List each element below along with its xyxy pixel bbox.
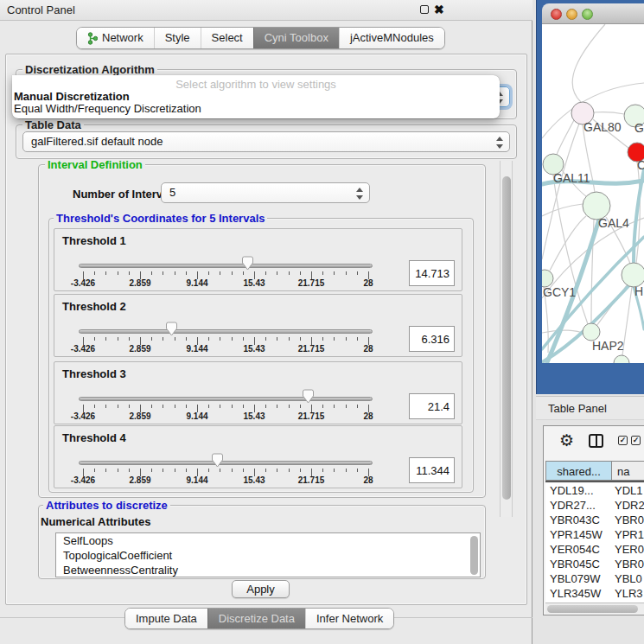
tab-infer-network[interactable]: Infer Network (305, 609, 393, 629)
scale-label: 15.43 (243, 344, 265, 354)
tab-network[interactable]: Network (77, 28, 154, 48)
cell-shared-name[interactable]: YBR045C (545, 557, 613, 571)
network-node[interactable] (614, 355, 629, 363)
tab-label: Network (102, 28, 143, 48)
table-row[interactable]: YLR345WYLR3 (545, 586, 644, 601)
network-window-titlebar (542, 3, 644, 24)
threshold-panel: Threshold 2 -3.4262.8599.14415.4321.7152… (54, 294, 462, 357)
minor-tick (163, 469, 163, 472)
cell-name[interactable]: YBR0 (613, 513, 644, 527)
minor-tick (186, 405, 187, 408)
cell-name[interactable]: YLR3 (613, 586, 644, 601)
minor-tick (105, 271, 106, 275)
tab-label: Infer Network (316, 609, 383, 629)
dropdown-item-equal-width-frequency-discretization[interactable]: Equal Width/Frequency Discretization (14, 102, 201, 115)
minor-tick (94, 271, 95, 275)
minor-tick (322, 405, 323, 408)
minor-tick (243, 271, 244, 275)
columns-icon[interactable] (589, 434, 603, 448)
threshold-value-field[interactable] (409, 260, 455, 286)
tab-impute-data[interactable]: Impute Data (125, 609, 207, 629)
num-intervals-combobox[interactable]: 5 (161, 182, 370, 203)
cell-shared-name[interactable]: YDR27... (545, 498, 613, 513)
minor-tick (334, 271, 335, 275)
threshold-value-field[interactable] (409, 393, 455, 419)
gear-icon[interactable]: ⚙ (559, 431, 574, 449)
scale-label: 9.144 (186, 278, 207, 288)
cell-name[interactable]: YBR0 (613, 557, 644, 571)
minor-tick (220, 271, 220, 275)
column-header-name[interactable]: na (612, 461, 644, 481)
table-row[interactable]: YER054CYER0 (545, 542, 644, 557)
slider-track[interactable] (79, 264, 373, 268)
tab-jactivemnodules[interactable]: jActiveMNodules (339, 28, 444, 48)
cell-shared-name[interactable]: YPR145W (545, 527, 613, 542)
cell-name[interactable]: YDL1 (613, 483, 644, 498)
checkbox-icon[interactable]: ✓ (631, 436, 641, 445)
slider-track[interactable] (79, 461, 373, 465)
table-row[interactable]: YPR145WYPR1 (545, 527, 644, 542)
cell-shared-name[interactable]: YDL19... (545, 483, 613, 498)
cell-name[interactable]: YER0 (613, 542, 644, 557)
tab-discretize-data[interactable]: Discretize Data (207, 609, 305, 629)
threshold-value-field[interactable] (409, 457, 455, 483)
network-canvas[interactable]: GAL80GACGAL11GAL4GCY1HHAP2 (542, 24, 644, 363)
tab-cyni-toolbox[interactable]: Cyni Toolbox (253, 28, 339, 48)
attribute-item-betweennesscentrality[interactable]: BetweennessCentrality (56, 563, 480, 577)
table-row[interactable]: YBR045CYBR0 (545, 557, 644, 571)
minor-tick (346, 337, 347, 341)
slider-thumb[interactable] (211, 453, 224, 468)
slider-track[interactable] (79, 397, 373, 401)
slider-thumb[interactable] (241, 256, 254, 271)
minimize-window-icon[interactable] (566, 9, 577, 20)
attribute-item-selfloops[interactable]: SelfLoops (56, 533, 480, 548)
table-horizontal-scrollbar[interactable] (545, 603, 644, 614)
cell-shared-name[interactable]: YBL079W (545, 571, 613, 586)
tab-label: Select (212, 28, 243, 48)
minor-tick (220, 405, 220, 408)
list-scrollbar[interactable] (470, 536, 478, 575)
minor-tick (208, 405, 209, 408)
table-row[interactable]: YBR043CYBR0 (545, 513, 644, 527)
cell-name[interactable]: YPR1 (613, 527, 644, 542)
numerical-attributes-list[interactable]: SelfLoopsTopologicalCoefficientBetweenne… (55, 532, 481, 577)
close-window-icon[interactable] (551, 9, 562, 20)
scale-label: 28 (363, 344, 373, 354)
apply-button[interactable]: Apply (232, 580, 290, 598)
scale-label: 2.859 (129, 278, 150, 288)
slider-thumb[interactable] (165, 322, 178, 336)
slider-thumb[interactable] (302, 389, 315, 404)
table-data-combobox[interactable]: galFiltered.sif default node (22, 131, 510, 152)
column-header-shared-name[interactable]: shared... (545, 461, 612, 481)
cell-shared-name[interactable]: YLR345W (545, 586, 613, 601)
table-row[interactable]: YDL19...YDL1 (545, 483, 644, 498)
minor-tick (289, 337, 290, 341)
table-body: YDL19...YDL1YDR27...YDR2YBR043CYBR0YPR14… (545, 483, 644, 603)
cell-name[interactable]: YBL0 (613, 571, 644, 586)
scrollbar-thumb[interactable] (547, 605, 638, 613)
minor-tick (118, 405, 118, 408)
tab-select[interactable]: Select (201, 28, 253, 48)
float-panel-icon[interactable] (420, 5, 429, 14)
threshold-value-field[interactable] (409, 326, 455, 352)
scrollbar-thumb[interactable] (502, 176, 511, 500)
network-edge (622, 287, 632, 355)
network-node[interactable] (583, 323, 600, 341)
table-row[interactable]: YDR27...YDR2 (545, 498, 644, 513)
minor-tick (220, 337, 220, 341)
cell-shared-name[interactable]: YER054C (545, 542, 613, 557)
attribute-item-topologicalcoefficient[interactable]: TopologicalCoefficient (56, 548, 480, 563)
scale-label: -3.426 (71, 278, 95, 288)
close-panel-icon[interactable]: ✖ (434, 4, 444, 15)
checkbox-icon[interactable]: ✓ (618, 436, 628, 445)
cell-name[interactable]: YDR2 (613, 498, 644, 513)
dropdown-item-manual-discretization[interactable]: Manual Discretization (14, 90, 130, 103)
table-row[interactable]: YBL079WYBL0 (545, 571, 644, 586)
network-node[interactable] (542, 270, 553, 287)
zoom-window-icon[interactable] (582, 9, 593, 20)
panel-vertical-scrollbar[interactable] (500, 161, 513, 517)
cell-shared-name[interactable]: YBR043C (545, 513, 613, 527)
tab-style[interactable]: Style (154, 28, 201, 48)
network-node[interactable] (622, 263, 644, 287)
slider-track[interactable] (79, 329, 373, 334)
